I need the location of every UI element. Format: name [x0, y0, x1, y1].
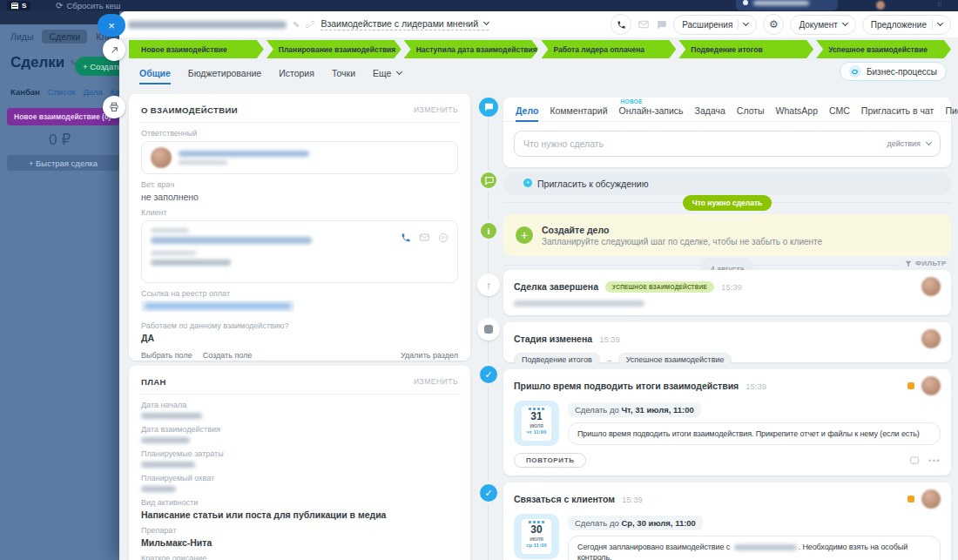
- app-badge-label: S: [22, 2, 26, 10]
- chat-icon[interactable]: [656, 19, 667, 30]
- close-slider-button[interactable]: ×: [98, 14, 125, 37]
- entry-author-avatar[interactable]: [921, 376, 941, 395]
- view-activities[interactable]: Дела: [83, 87, 102, 97]
- tab-history[interactable]: История: [279, 62, 314, 84]
- view-kanban[interactable]: Канбан: [10, 87, 40, 97]
- create-field-link[interactable]: Создать поле: [203, 351, 253, 361]
- select-field-link[interactable]: Выбрать поле: [141, 351, 192, 361]
- settings-button[interactable]: ⚙: [763, 14, 784, 35]
- tab-invite-to-chat[interactable]: Пригласить в чат: [861, 98, 934, 122]
- funnel-icon: [905, 260, 912, 267]
- plan-section-title: ПЛАН: [141, 377, 166, 387]
- timeline-entry-summarize-task[interactable]: Пришло время подводить итоги взаимодейст…: [503, 369, 951, 476]
- registry-link[interactable]: [141, 300, 294, 312]
- stage-to-pill: Успешное взаимодействие: [618, 353, 732, 367]
- quick-deal-button[interactable]: + Быстрая сделка: [7, 155, 119, 171]
- topbar-promo-button[interactable]: [736, 0, 838, 10]
- client-mail-icon[interactable]: [419, 232, 430, 243]
- redacted-phone-label: [151, 251, 196, 255]
- extensions-button[interactable]: Расширения: [673, 15, 757, 35]
- expand-slider-button[interactable]: [103, 38, 125, 61]
- business-process-icon: [849, 65, 861, 78]
- timeline-entry-stage-changed[interactable]: Стадия изменена 15:39 Подведение итогов …: [503, 322, 951, 362]
- tab-general[interactable]: Общие: [139, 62, 171, 84]
- timeline-chat-icon: [476, 95, 501, 119]
- plan-edit-link[interactable]: ИЗМЕНИТЬ: [414, 377, 458, 386]
- offer-button[interactable]: Предложение: [862, 15, 951, 35]
- arrow-right-icon: →: [605, 355, 613, 364]
- working-value[interactable]: ДА: [141, 333, 458, 343]
- filter-button[interactable]: ФИЛЬТР: [897, 258, 955, 269]
- tab-leads[interactable]: Лиды: [10, 31, 33, 42]
- activity-type-value[interactable]: Написание статьи или поста для публикаци…: [141, 509, 458, 520]
- tab-points[interactable]: Точки: [332, 62, 355, 84]
- todo-input[interactable]: Что нужно сделать действия: [514, 131, 941, 157]
- view-list[interactable]: Список: [48, 87, 76, 97]
- mail-icon[interactable]: [638, 18, 650, 30]
- dots-grid-icon-2[interactable]: ⠿: [937, 1, 942, 9]
- tab-budgeting[interactable]: Бюджетирование: [188, 62, 261, 84]
- entry-author-avatar[interactable]: [921, 329, 941, 348]
- tab-letter[interactable]: Письмо: [945, 98, 958, 122]
- client-field[interactable]: [141, 220, 458, 283]
- print-button[interactable]: [103, 96, 125, 118]
- client-call-icon[interactable]: [401, 233, 411, 243]
- short-description-label: Краткое описание: [141, 554, 458, 560]
- about-edit-link[interactable]: ИЗМЕНИТЬ: [414, 105, 458, 114]
- redacted-phone-number: [151, 260, 231, 266]
- delete-section-link[interactable]: Удалить раздел: [401, 351, 458, 361]
- stage-success[interactable]: Успешное взаимодействие: [816, 40, 951, 58]
- tab-more[interactable]: Еще: [373, 62, 401, 84]
- tab-deals[interactable]: Сделки: [42, 30, 87, 44]
- timeline-entry-deal-completed[interactable]: Сделка завершена УСПЕШНОЕ ВЗАИМОДЕЙСТВИЕ…: [503, 270, 951, 315]
- tab-online-booking[interactable]: НОВОЕ Онлайн-запись: [619, 98, 684, 122]
- deal-type-dropdown[interactable]: Взаимодействие с лидерами мнений: [320, 18, 489, 30]
- tab-slots[interactable]: Слоты: [737, 98, 765, 122]
- stage-summarizing[interactable]: Подведение итогов: [678, 40, 813, 58]
- invite-to-discussion[interactable]: + Пригласить к обсуждению: [503, 172, 951, 195]
- copy-link-icon[interactable]: [306, 20, 314, 29]
- user-avatar[interactable]: [876, 1, 885, 10]
- scroll-to-todo-button[interactable]: Что нужно сделать: [503, 195, 951, 211]
- entry-author-avatar[interactable]: [921, 489, 941, 509]
- edit-deal-title-icon[interactable]: ✎: [293, 20, 300, 30]
- offer-label: Предложение: [871, 20, 927, 30]
- entry-title: Сделка завершена: [514, 281, 598, 292]
- comment-icon[interactable]: [909, 455, 920, 466]
- entry-title: Связаться с клиентом: [514, 494, 615, 504]
- drug-value[interactable]: Мильмакс-Нита: [141, 537, 458, 548]
- more-actions-icon[interactable]: •••: [928, 456, 941, 465]
- app-badge[interactable]: S: [7, 1, 30, 10]
- redacted-deal-title: [128, 21, 287, 29]
- actions-dropdown[interactable]: действия: [887, 139, 931, 148]
- top-bar: S ⟳ Сбросить кеш ⠿ ⠿: [0, 0, 958, 11]
- business-process-button[interactable]: Бизнес-процессы: [840, 62, 947, 81]
- timeline-entry-contact-client[interactable]: Связаться с клиентом 15:39 30 июля ср 11…: [503, 482, 951, 560]
- repeat-button[interactable]: ПОВТОРИТЬ: [514, 453, 586, 468]
- tab-task[interactable]: Задача: [695, 98, 725, 122]
- tab-comment[interactable]: Комментарий: [550, 98, 607, 122]
- stage-new[interactable]: Новое взаимодействие: [129, 40, 264, 58]
- call-button[interactable]: [611, 14, 631, 35]
- extensions-label: Расширения: [682, 20, 732, 30]
- deal-type-label: Взаимодействие с лидерами мнений: [320, 18, 478, 29]
- quick-deal-label: + Быстрая сделка: [29, 159, 98, 168]
- tab-sms[interactable]: СМС: [829, 98, 850, 122]
- stage-paid[interactable]: Работа лидера оплачена: [541, 40, 676, 58]
- vet-value[interactable]: не заполнено: [141, 192, 458, 202]
- background-page: Лиды Сделки Клиенты Сделки ✎ + Создать К…: [0, 0, 119, 560]
- tab-activity[interactable]: Дело: [516, 98, 538, 122]
- clear-cache-button[interactable]: ⟳ Сбросить кеш: [56, 0, 120, 11]
- stage-planning[interactable]: Планирование взаимодействия: [266, 40, 401, 58]
- tab-whatsapp[interactable]: WhatsApp: [776, 98, 818, 122]
- client-chat-icon[interactable]: [438, 233, 449, 243]
- entry-author-avatar[interactable]: [921, 277, 941, 296]
- stage-date-arrived[interactable]: Наступила дата взаимодействия: [404, 40, 539, 58]
- start-date-label: Дата начала: [141, 401, 458, 409]
- timeline-discussion-icon: [478, 170, 499, 191]
- create-todo-hint[interactable]: + Создайте дело Запланируйте следующий ш…: [503, 214, 951, 256]
- document-button[interactable]: Документ: [790, 15, 855, 35]
- responsible-field[interactable]: [141, 141, 458, 174]
- redacted-responsible-name: [179, 151, 309, 157]
- redacted-client-name: [151, 237, 312, 244]
